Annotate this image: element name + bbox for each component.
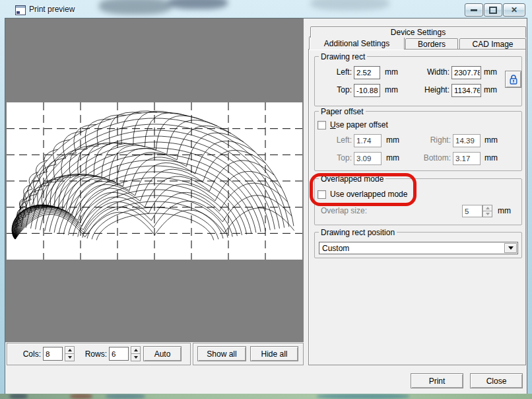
use-overlapped-mode-label[interactable]: Use overlapped mode	[330, 190, 407, 199]
left-unit: mm	[385, 67, 398, 77]
offset-right-input[interactable]	[453, 134, 481, 147]
use-paper-offset-checkbox[interactable]	[317, 121, 326, 129]
top-unit: mm	[385, 85, 398, 94]
use-overlapped-mode-checkbox[interactable]	[317, 190, 326, 199]
window-bottom-frame	[0, 394, 532, 399]
overlap-size-label: Overlap size:	[321, 206, 367, 215]
drawing-curve	[96, 213, 213, 240]
glass-reflection	[70, 394, 92, 399]
offset-top-input[interactable]	[354, 152, 382, 165]
auto-button[interactable]: Auto	[143, 346, 182, 361]
glass-reflection	[168, 0, 228, 9]
overlap-size-input[interactable]	[462, 205, 482, 217]
offset-right-label: Right:	[411, 135, 451, 145]
print-button[interactable]: Print	[411, 373, 463, 388]
drawing-curve	[15, 208, 294, 239]
overlap-spin-down[interactable]	[482, 211, 492, 217]
width-input[interactable]	[451, 66, 481, 79]
rows-spin-down[interactable]	[131, 353, 141, 361]
overlapped-mode-group	[314, 178, 522, 225]
spin-up-icon	[134, 349, 138, 351]
drawing-curve	[15, 196, 292, 239]
cols-label: Cols:	[15, 349, 41, 359]
left-input[interactable]	[354, 66, 380, 79]
tab-cad-image[interactable]: CAD Image	[459, 38, 526, 49]
minimize-button[interactable]	[465, 3, 483, 17]
height-label: Height:	[409, 85, 449, 94]
offset-left-label: Left:	[319, 135, 352, 145]
lock-icon	[509, 74, 518, 85]
overlapped-mode-title: Overlapped mode	[319, 174, 385, 184]
spin-down-icon	[134, 356, 138, 359]
paper-offset-title: Paper offset	[319, 107, 366, 116]
glass-reflection	[99, 0, 172, 15]
offset-bottom-unit: mm	[484, 153, 498, 163]
drawing-rect-position-title: Drawing rect position	[319, 228, 397, 237]
offset-left-unit: mm	[386, 135, 399, 145]
offset-bottom-label: Bottom:	[411, 153, 451, 163]
close-icon: ✕	[511, 6, 517, 14]
hide-all-button[interactable]: Hide all	[250, 346, 298, 361]
drawing-rect-position-select[interactable]: Custom	[319, 242, 518, 254]
preview-page[interactable]	[7, 102, 302, 260]
overlap-unit: mm	[498, 206, 511, 215]
glass-reflection	[9, 394, 28, 399]
spin-down-icon	[486, 213, 490, 215]
top-label: Top:	[319, 85, 352, 94]
title-bar: Print preview ✕	[0, 0, 532, 18]
close-button[interactable]: Close	[470, 373, 523, 388]
drawing-curve	[15, 133, 244, 239]
spin-up-icon	[486, 207, 490, 209]
tab-device-settings[interactable]: Device Settings	[310, 26, 526, 38]
offset-left-input[interactable]	[354, 134, 382, 147]
restore-button[interactable]	[484, 3, 502, 17]
drawing-curve	[15, 150, 265, 239]
close-window-button[interactable]: ✕	[503, 3, 525, 17]
cols-input[interactable]	[43, 347, 63, 361]
minimize-icon	[471, 9, 477, 11]
glass-reflection	[317, 394, 409, 399]
use-paper-offset-label[interactable]: Use paper offset	[330, 120, 388, 129]
rows-input[interactable]	[109, 347, 129, 361]
width-label: Width:	[409, 67, 449, 77]
offset-top-label: Top:	[319, 153, 352, 163]
height-input[interactable]	[451, 84, 481, 97]
left-label: Left:	[319, 67, 352, 77]
tab-additional-settings[interactable]: Additional Settings	[309, 36, 405, 50]
window-title: Print preview	[29, 5, 75, 14]
restore-icon	[489, 7, 497, 14]
offset-right-unit: mm	[484, 135, 498, 145]
selected-position-value: Custom	[322, 244, 349, 253]
app-icon	[15, 5, 26, 15]
width-unit: mm	[484, 67, 497, 77]
top-input[interactable]	[354, 84, 380, 97]
rows-label: Rows:	[79, 349, 107, 359]
spin-down-icon	[68, 356, 72, 359]
cad-drawing	[7, 102, 302, 260]
glass-reflection	[310, 0, 389, 11]
show-all-button[interactable]: Show all	[197, 346, 246, 361]
offset-top-unit: mm	[386, 153, 399, 163]
drawing-curve	[69, 178, 242, 235]
tab-borders[interactable]: Borders	[405, 38, 458, 49]
lock-aspect-button[interactable]	[505, 71, 521, 88]
drawing-rect-title: Drawing rect	[319, 52, 367, 61]
combo-arrow-icon	[508, 246, 514, 250]
drawing-curve	[15, 113, 188, 239]
cols-spin-down[interactable]	[65, 353, 75, 361]
offset-bottom-input[interactable]	[453, 152, 481, 165]
spin-up-icon	[68, 349, 72, 351]
drawing-rect-group	[314, 56, 522, 106]
combo-drop-button[interactable]	[504, 243, 517, 253]
glass-reflection	[106, 394, 145, 399]
print-preview-window: Print preview ✕ Cols: Rows: Auto Show al…	[0, 0, 532, 399]
height-unit: mm	[484, 85, 497, 94]
